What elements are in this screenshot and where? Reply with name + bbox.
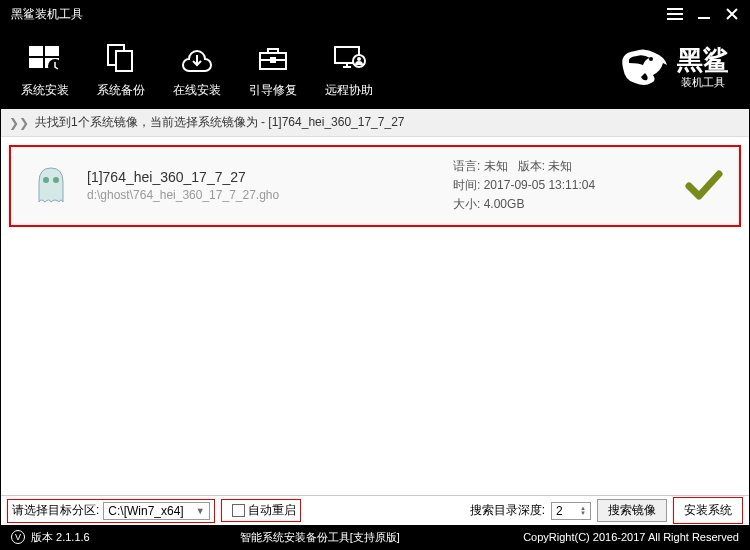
- image-path: d:\ghost\764_hei_360_17_7_27.gho: [87, 188, 453, 202]
- status-bar: V 版本 2.1.1.6 智能系统安装备份工具[支持原版] CopyRight(…: [1, 525, 749, 549]
- depth-label: 搜索目录深度:: [470, 502, 545, 519]
- svg-point-13: [53, 177, 59, 183]
- toolbox-icon: [253, 38, 293, 78]
- tool-online-install[interactable]: 在线安装: [173, 38, 221, 99]
- image-title: [1]764_hei_360_17_7_27: [87, 169, 453, 185]
- svg-point-10: [357, 57, 361, 61]
- svg-point-11: [649, 57, 653, 61]
- version-number: 2.1.1.6: [56, 531, 90, 543]
- tool-system-install[interactable]: 系统安装: [21, 38, 69, 99]
- status-center-text: 智能系统安装备份工具[支持原版]: [240, 530, 400, 545]
- search-image-button[interactable]: 搜索镜像: [597, 499, 667, 522]
- check-icon: [683, 166, 723, 206]
- info-bar: ❯❯ 共找到1个系统镜像，当前选择系统镜像为 - [1]764_hei_360_…: [1, 109, 749, 137]
- svg-rect-1: [45, 46, 59, 56]
- minimize-button[interactable]: [697, 7, 711, 21]
- bottom-bar: 请选择目标分区: C:\[Win7_x64]▼ 自动重启 搜索目录深度: 2 ▲…: [1, 495, 749, 525]
- window-title: 黑鲨装机工具: [11, 6, 83, 23]
- logo-main-text: 黑鲨: [677, 47, 729, 73]
- ghost-icon: [27, 162, 75, 210]
- tool-boot-repair[interactable]: 引导修复: [249, 38, 297, 99]
- depth-stepper[interactable]: 2 ▲▼: [551, 502, 591, 520]
- svg-point-12: [43, 177, 49, 183]
- svg-rect-0: [29, 46, 43, 56]
- info-text: 共找到1个系统镜像，当前选择系统镜像为 - [1]764_hei_360_17_…: [35, 114, 404, 131]
- menu-icon[interactable]: [667, 8, 683, 20]
- tool-label: 系统安装: [21, 82, 69, 99]
- tool-label: 引导修复: [249, 82, 297, 99]
- remote-assist-icon: [329, 38, 369, 78]
- version-icon: V: [11, 530, 25, 544]
- app-logo: 黑鲨 装机工具: [615, 43, 729, 93]
- partition-select[interactable]: C:\[Win7_x64]▼: [103, 502, 209, 520]
- auto-reboot-checkbox[interactable]: 自动重启: [232, 502, 296, 519]
- tool-remote-assist[interactable]: 远程协助: [325, 38, 373, 99]
- tool-label: 远程协助: [325, 82, 373, 99]
- tool-label: 在线安装: [173, 82, 221, 99]
- copy-icon: [101, 38, 141, 78]
- windows-install-icon: [25, 38, 65, 78]
- chevron-down-icon: ▼: [196, 506, 205, 516]
- tool-label: 系统备份: [97, 82, 145, 99]
- svg-rect-2: [29, 58, 43, 68]
- chevron-right-icon: ❯❯: [9, 116, 29, 130]
- checkbox-icon: [232, 504, 245, 517]
- logo-sub-text: 装机工具: [681, 75, 725, 90]
- spinner-icon: ▲▼: [580, 506, 586, 516]
- copyright-text: CopyRight(C) 2016-2017 All Right Reserve…: [523, 531, 739, 543]
- version-label: 版本: [31, 530, 53, 545]
- image-meta: 语言: 未知 版本: 未知 时间: 2017-09-05 13:11:04 大小…: [453, 157, 673, 215]
- content-area: [1]764_hei_360_17_7_27 d:\ghost\764_hei_…: [1, 137, 749, 495]
- svg-rect-6: [116, 51, 132, 71]
- image-list-item[interactable]: [1]764_hei_360_17_7_27 d:\ghost\764_hei_…: [9, 145, 741, 227]
- cloud-download-icon: [177, 38, 217, 78]
- tool-system-backup[interactable]: 系统备份: [97, 38, 145, 99]
- install-system-button[interactable]: 安装系统: [678, 500, 738, 521]
- partition-label: 请选择目标分区:: [12, 502, 99, 519]
- close-button[interactable]: [725, 7, 739, 21]
